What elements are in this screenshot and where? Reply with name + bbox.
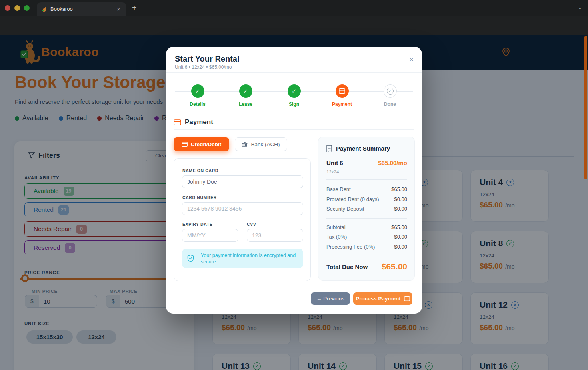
total-due-label: Total Due Now (326, 263, 368, 270)
credit-card-icon (182, 142, 188, 147)
step-check-icon: ✓ (191, 84, 204, 98)
summary-row-value: $0.00 (394, 234, 407, 240)
summary-row-value: $65.00 (391, 186, 407, 192)
step-label: Sign (276, 101, 312, 107)
card-form: NAME ON CARD CARD NUMBER EXPIRY DATE CVV… (174, 158, 311, 281)
divider (326, 256, 407, 256)
modal-title: Start Your Rental (175, 54, 240, 64)
browser-toolbar: ← → ↻ ⓘ ☆ F ⋮ (0, 16, 588, 35)
summary-row-value: $0.00 (394, 244, 407, 250)
method-credit-debit-button[interactable]: Credit/Debit (174, 137, 229, 151)
divider (166, 72, 422, 73)
step-details[interactable]: ✓ Details (180, 84, 216, 107)
tab-title: Bookaroo (50, 6, 73, 12)
secure-note-text: Your payment information is encrypted an… (201, 252, 299, 265)
summary-row: Processing Fee (0%)$0.00 (326, 244, 407, 250)
step-label: Done (372, 101, 408, 107)
summary-row: Base Rent$65.00 (326, 186, 407, 192)
payment-summary-title: Payment Summary (336, 145, 390, 152)
expiry-date-input[interactable] (182, 229, 238, 242)
payment-summary-panel: Payment Summary Unit 6 $65.00/mo 12x24 B… (318, 137, 415, 281)
payment-section-heading: Payment (174, 118, 213, 126)
expiry-date-label: EXPIRY DATE (182, 222, 212, 227)
step-done[interactable]: ✓ Done (372, 84, 408, 107)
method-label: Credit/Debit (191, 141, 222, 147)
tab-favicon-kangaroo (42, 6, 48, 12)
step-check-icon: ✓ (288, 84, 301, 98)
step-label: Details (180, 101, 216, 107)
step-lease[interactable]: ✓ Lease (228, 84, 264, 107)
pending-check-icon: ✓ (384, 84, 397, 98)
summary-unit-size: 12x24 (326, 169, 339, 174)
step-check-icon: ✓ (239, 84, 252, 98)
summary-row-label: Base Rent (326, 186, 351, 192)
start-rental-modal: Start Your Rental Unit 6 • 12x24 • $65.0… (166, 47, 422, 314)
previous-button[interactable]: ← Previous (311, 292, 350, 305)
summary-row-label: Processing Fee (0%) (326, 244, 375, 250)
window-maximize-button[interactable] (24, 5, 30, 11)
summary-row-label: Subtotal (326, 224, 346, 230)
card-number-input[interactable] (182, 202, 303, 215)
card-number-label: CARD NUMBER (182, 195, 217, 200)
window-minimize-button[interactable] (14, 5, 20, 11)
summary-row-value: $0.00 (394, 196, 407, 202)
summary-row-label: Tax (0%) (326, 234, 347, 240)
new-tab-button[interactable]: + (132, 3, 137, 12)
payment-section-title: Payment (185, 118, 213, 126)
summary-row-label: Prorated Rent (0 days) (326, 196, 379, 202)
divider (326, 218, 407, 219)
name-on-card-input[interactable] (182, 175, 303, 188)
modal-subtitle: Unit 6 • 12x24 • $65.00/mo (175, 64, 232, 70)
credit-card-icon (404, 296, 410, 301)
summary-row: Subtotal$65.00 (326, 224, 407, 230)
previous-label: ← Previous (316, 296, 344, 302)
summary-total-row: Total Due Now $65.00 (326, 262, 407, 271)
page-scrollbar[interactable] (584, 36, 587, 179)
method-label: Bank (ACH) (251, 141, 280, 147)
step-payment[interactable]: Payment (324, 84, 360, 107)
summary-row-value: $0.00 (394, 206, 407, 212)
cvv-input[interactable] (247, 229, 303, 242)
receipt-icon (326, 145, 332, 152)
summary-unit-row: Unit 6 $65.00/mo (326, 159, 407, 166)
step-label: Payment (324, 101, 360, 107)
step-sign[interactable]: ✓ Sign (276, 84, 312, 107)
summary-row: Tax (0%)$0.00 (326, 234, 407, 240)
process-payment-label: Process Payment (356, 296, 401, 302)
process-payment-button[interactable]: Process Payment (353, 292, 412, 305)
summary-row-value: $65.00 (391, 224, 407, 230)
screen: Bookaroo × + ⌄ ← → ↻ ⓘ ☆ F ⋮ (0, 0, 588, 370)
summary-row: Security Deposit$0.00 (326, 206, 407, 212)
summary-unit-rate: $65.00/mo (378, 159, 407, 166)
tab-close-icon[interactable]: × (117, 6, 120, 12)
shield-check-icon (187, 255, 194, 262)
bank-icon (242, 142, 248, 147)
summary-unit-name: Unit 6 (326, 159, 343, 166)
name-on-card-label: NAME ON CARD (182, 168, 218, 173)
payment-summary-heading: Payment Summary (326, 145, 390, 152)
divider (174, 129, 414, 130)
cvv-label: CVV (247, 222, 256, 227)
tab-search-chevron-icon[interactable]: ⌄ (578, 4, 582, 10)
browser-tab[interactable]: Bookaroo × (37, 2, 126, 16)
modal-close-icon[interactable]: × (409, 55, 414, 64)
divider (166, 290, 422, 290)
total-due-value: $65.00 (382, 262, 407, 271)
browser-tabstrip: Bookaroo × + ⌄ (0, 0, 588, 16)
secure-note: Your payment information is encrypted an… (182, 249, 303, 268)
divider (326, 179, 407, 180)
method-bank-ach-button[interactable]: Bank (ACH) (235, 137, 287, 151)
step-label: Lease (228, 101, 264, 107)
credit-card-icon (336, 84, 349, 98)
summary-row-label: Security Deposit (326, 206, 364, 212)
summary-row: Prorated Rent (0 days)$0.00 (326, 196, 407, 202)
credit-card-icon (174, 119, 181, 125)
window-close-button[interactable] (5, 5, 10, 11)
